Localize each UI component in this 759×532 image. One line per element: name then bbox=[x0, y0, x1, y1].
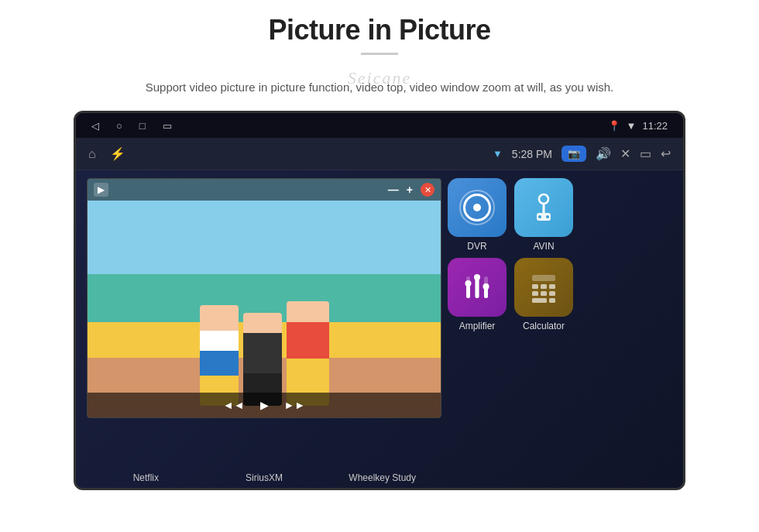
calculator-app[interactable]: Calculator bbox=[514, 258, 573, 331]
app-row-2: Amplifier bbox=[448, 258, 672, 331]
amplifier-svg bbox=[460, 270, 494, 304]
svg-point-3 bbox=[538, 215, 541, 218]
pip-close-button[interactable]: ✕ bbox=[421, 183, 434, 197]
amplifier-label: Amplifier bbox=[459, 321, 496, 331]
pip-next-button[interactable]: ►► bbox=[284, 399, 306, 411]
subtitle: Support video picture in picture functio… bbox=[146, 78, 613, 97]
volume-icon[interactable]: 🔊 bbox=[596, 146, 611, 161]
status-right: 📍 ▼ 11:22 bbox=[608, 120, 668, 132]
pip-header: ▶ — + ✕ bbox=[88, 179, 441, 201]
avin-label: AVIN bbox=[533, 241, 554, 252]
calculator-label: Calculator bbox=[523, 321, 565, 331]
siriusxm-bottom-label: SiriusXM bbox=[205, 470, 324, 484]
amplifier-app[interactable]: Amplifier bbox=[448, 258, 507, 331]
top-bar-time: 5:28 PM bbox=[512, 148, 552, 160]
camera-button[interactable]: 📷 bbox=[562, 146, 586, 162]
svg-rect-9 bbox=[476, 278, 479, 298]
figure-1 bbox=[200, 305, 239, 406]
dvr-dot bbox=[473, 204, 481, 211]
pip-container[interactable]: ▶ — + ✕ bbox=[87, 178, 441, 418]
pip-controls-right: — + ✕ bbox=[388, 183, 434, 197]
signal-icon: ▼ bbox=[627, 120, 637, 132]
svg-rect-19 bbox=[541, 291, 547, 296]
pip-minimize-button[interactable]: — bbox=[388, 184, 399, 196]
svg-rect-16 bbox=[541, 284, 547, 289]
recents-nav-icon[interactable]: □ bbox=[139, 120, 146, 132]
svg-point-0 bbox=[539, 194, 548, 204]
avin-app[interactable]: AVIN bbox=[514, 178, 573, 252]
avin-inner bbox=[529, 191, 558, 224]
calculator-icon bbox=[514, 258, 573, 317]
svg-point-13 bbox=[483, 283, 489, 290]
top-bar-right: ▼ 5:28 PM 📷 🔊 ✕ ▭ ↩ bbox=[493, 146, 671, 162]
dvr-label: DVR bbox=[467, 241, 486, 252]
figure-2 bbox=[243, 313, 282, 406]
home-nav-icon[interactable]: ○ bbox=[116, 120, 122, 132]
svg-point-7 bbox=[465, 280, 472, 287]
svg-rect-21 bbox=[532, 298, 547, 303]
beach-scene bbox=[88, 179, 441, 417]
top-bar: ⌂ ⚡ ▼ 5:28 PM 📷 🔊 ✕ ▭ ↩ bbox=[76, 138, 683, 170]
screenshot-nav-icon[interactable]: ▭ bbox=[163, 120, 172, 132]
svg-rect-14 bbox=[532, 275, 555, 281]
svg-rect-17 bbox=[549, 284, 555, 289]
home-icon[interactable]: ⌂ bbox=[88, 147, 96, 161]
close-icon[interactable]: ✕ bbox=[620, 146, 630, 161]
pip-bottom-controls: ◄◄ ▶ ►► bbox=[88, 393, 441, 417]
pip-prev-button[interactable]: ◄◄ bbox=[223, 399, 245, 411]
dvr-inner bbox=[459, 190, 495, 225]
page-wrapper: Picture in Picture Seicane Support video… bbox=[0, 0, 759, 532]
dvr-circles bbox=[459, 190, 495, 225]
main-content: ▶ — + ✕ bbox=[76, 170, 683, 488]
top-bar-left: ⌂ ⚡ bbox=[88, 146, 125, 161]
avin-svg bbox=[529, 191, 558, 224]
pip-expand-button[interactable]: + bbox=[407, 184, 413, 196]
window-icon[interactable]: ▭ bbox=[640, 146, 651, 161]
svg-rect-15 bbox=[532, 284, 538, 289]
app-row-1: DVR bbox=[448, 178, 672, 252]
beach-figures bbox=[111, 301, 417, 406]
pip-play-button[interactable]: ▶ bbox=[260, 399, 269, 411]
amplifier-icon bbox=[448, 258, 507, 317]
svg-rect-22 bbox=[549, 298, 555, 303]
dvr-app[interactable]: DVR bbox=[448, 178, 507, 252]
dvr-icon bbox=[448, 178, 507, 237]
location-icon: 📍 bbox=[608, 120, 620, 132]
nav-icons: ◁ ○ □ ▭ bbox=[91, 120, 172, 132]
title-divider bbox=[361, 53, 398, 55]
status-time: 11:22 bbox=[642, 120, 668, 132]
page-title: Picture in Picture bbox=[268, 14, 490, 46]
pip-play-icon[interactable]: ▶ bbox=[94, 183, 108, 197]
svg-point-10 bbox=[474, 274, 480, 280]
back-nav-icon[interactable]: ◁ bbox=[91, 120, 99, 132]
svg-point-4 bbox=[546, 215, 549, 218]
usb-icon[interactable]: ⚡ bbox=[110, 146, 125, 161]
dvr-circle bbox=[463, 194, 491, 221]
bottom-labels-row: Netflix SiriusXM Wheelkey Study bbox=[87, 470, 441, 484]
figure-3 bbox=[287, 301, 329, 406]
device-frame: ◁ ○ □ ▭ 📍 ▼ 11:22 ⌂ ⚡ ▼ 5:28 PM 📷 🔊 bbox=[74, 111, 685, 490]
status-bar: ◁ ○ □ ▭ 📍 ▼ 11:22 bbox=[76, 113, 683, 138]
wheelkey-bottom-label: Wheelkey Study bbox=[323, 470, 441, 484]
wifi-icon: ▼ bbox=[493, 148, 503, 160]
back-icon[interactable]: ↩ bbox=[661, 146, 671, 161]
netflix-bottom-label: Netflix bbox=[87, 470, 205, 484]
apps-grid: DVR bbox=[448, 178, 672, 331]
svg-rect-20 bbox=[549, 291, 555, 296]
calculator-svg bbox=[527, 270, 561, 304]
avin-icon bbox=[514, 178, 573, 237]
svg-rect-18 bbox=[532, 291, 538, 296]
